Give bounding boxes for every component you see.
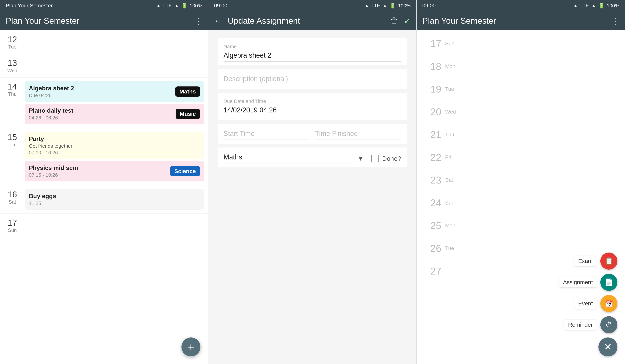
subject-done-row: Maths ▼ Done?: [218, 148, 407, 167]
cal-num-27: 27: [422, 265, 441, 277]
cal-day-18: 18 Mon: [417, 55, 625, 78]
event-physics-badge: Science: [170, 166, 200, 176]
screen2-header: ← Update Assignment 🗑 ✓: [208, 11, 416, 30]
screen1-status-bar: Plan Your Semester ▲ LTE ▲ 🔋 100%: [0, 0, 208, 11]
event-party-info: Party Get friends together 07:00 - 10:26: [29, 135, 200, 156]
screen3-lte-label: LTE: [580, 3, 589, 9]
cal-day-22: 22 Fri: [417, 146, 625, 169]
subject-dropdown[interactable]: Maths ▼: [223, 153, 364, 163]
signal-icon: ▲: [174, 3, 179, 9]
fab-reminder-button[interactable]: ⏱: [600, 316, 617, 333]
event-party[interactable]: Party Get friends together 07:00 - 10:26: [25, 132, 204, 159]
fab-assignment-button[interactable]: 📄: [600, 274, 617, 291]
fab-close-button[interactable]: ✕: [598, 337, 617, 356]
done-section: Done?: [372, 153, 401, 162]
screen1-panel: Plan Your Semester ▲ LTE ▲ 🔋 100% Plan Y…: [0, 0, 208, 364]
cal-num-19: 19: [422, 83, 441, 95]
fab-event-button[interactable]: 📅: [600, 295, 617, 312]
fab-plus-icon: +: [188, 340, 194, 354]
screen2-signal-icon: ▲: [382, 3, 387, 9]
event-party-desc: Get friends together: [29, 143, 200, 149]
day-12: 12 Tue: [0, 30, 208, 54]
screen2-status-icons: ▲ LTE ▲ 🔋 100%: [364, 3, 411, 9]
fab-exam-item[interactable]: Exam 📋: [574, 252, 617, 270]
screen2-battery-pct: 100%: [398, 3, 411, 9]
cal-num-23: 23: [422, 174, 441, 186]
cal-num-21: 21: [422, 129, 441, 140]
fab-assignment-item[interactable]: Assignment 📄: [559, 274, 617, 291]
screen3-more-icon[interactable]: ⋮: [611, 16, 619, 26]
due-label: Due Date and Time: [223, 98, 401, 104]
cal-name-26: Tue: [445, 245, 454, 251]
screen1-title: Plan Your Semester: [6, 16, 79, 26]
day-14: 14 Thu Algebra sheet 2 Due 04:26 Maths P…: [0, 78, 208, 128]
event-physics[interactable]: Physics mid sem 07:15 - 10:26 Science: [25, 161, 204, 182]
fab-event-item[interactable]: Event 📅: [574, 295, 617, 312]
screen1-app-header: Plan Your Semester ⋮: [0, 11, 208, 30]
end-time-input[interactable]: Time Finished: [315, 130, 401, 140]
day-name-17: Sun: [8, 227, 17, 233]
screen1-fab[interactable]: +: [182, 337, 200, 356]
day-label-16: 16 Sat: [0, 187, 25, 212]
cal-name-21: Thu: [445, 132, 454, 138]
day-events-16: Buy eggs 11:25: [25, 187, 208, 212]
event-eggs[interactable]: Buy eggs 11:25: [25, 189, 204, 210]
cal-name-24: Sun: [445, 200, 455, 206]
screen2-status-time: 09:00: [214, 3, 227, 9]
day-name-16: Sat: [8, 199, 16, 205]
done-label: Done?: [382, 155, 401, 162]
delete-button[interactable]: 🗑: [390, 16, 398, 25]
close-icon: ✕: [604, 341, 612, 352]
screen2-wifi-icon: ▲: [364, 3, 369, 9]
name-field: Name Algebra sheet 2: [218, 38, 407, 65]
back-button[interactable]: ←: [214, 16, 222, 25]
fab-reminder-item[interactable]: Reminder ⏱: [564, 316, 617, 333]
fab-exam-label: Exam: [574, 256, 596, 266]
description-input[interactable]: Description (optional): [223, 75, 401, 85]
name-input[interactable]: Algebra sheet 2: [223, 51, 401, 61]
screen1-status-icons: ▲ LTE ▲ 🔋 100%: [156, 3, 202, 9]
name-label: Name: [223, 44, 401, 50]
fab-exam-button[interactable]: 📋: [600, 252, 617, 270]
due-input[interactable]: 14/02/2019 04:26: [223, 106, 401, 116]
dropdown-arrow-icon: ▼: [357, 154, 364, 162]
fab-close-item[interactable]: ✕: [598, 337, 617, 356]
cal-num-18: 18: [422, 61, 441, 72]
confirm-button[interactable]: ✓: [404, 16, 410, 26]
done-checkbox[interactable]: [372, 155, 379, 162]
cal-num-22: 22: [422, 152, 441, 163]
event-party-title: Party: [29, 135, 200, 142]
event-piano-info: Piano daily test 04:26 - 06:26: [29, 107, 176, 121]
screen3-battery-pct: 100%: [607, 3, 620, 9]
screen2-lte-label: LTE: [372, 3, 380, 9]
day-number-14: 14: [8, 82, 17, 91]
event-piano-title: Piano daily test: [29, 107, 176, 114]
screen3-status-icons: ▲ LTE ▲ 🔋 100%: [573, 3, 619, 9]
screen2-battery-icon: 🔋: [390, 3, 396, 9]
wifi-icon: ▲: [156, 3, 161, 9]
start-time-input[interactable]: Start Time: [223, 130, 310, 140]
cal-name-25: Mon: [445, 223, 455, 229]
screen2-header-icons: 🗑 ✓: [390, 16, 410, 26]
event-algebra[interactable]: Algebra sheet 2 Due 04:26 Maths: [25, 81, 204, 102]
assignment-icon: 📄: [605, 278, 613, 286]
cal-name-18: Mon: [445, 63, 455, 69]
day-16: 16 Sat Buy eggs 11:25: [0, 185, 208, 214]
event-algebra-info: Algebra sheet 2 Due 04:26: [29, 85, 175, 98]
event-icon: 📅: [605, 300, 613, 307]
event-piano[interactable]: Piano daily test 04:26 - 06:26 Music: [25, 104, 204, 124]
screen1-more-icon[interactable]: ⋮: [194, 16, 202, 26]
screen3-title: Plan Your Semester: [422, 16, 496, 26]
cal-num-26: 26: [422, 243, 441, 254]
fab-assignment-label: Assignment: [559, 277, 596, 287]
screen2-form: Name Algebra sheet 2 Description (option…: [208, 30, 416, 364]
screen3-panel: 09:00 ▲ LTE ▲ 🔋 100% Plan Your Semester …: [417, 0, 625, 364]
battery-pct: 100%: [190, 3, 202, 9]
day-events-17: [25, 215, 208, 235]
event-physics-title: Physics mid sem: [29, 164, 170, 171]
day-label-14: 14 Thu: [0, 79, 25, 126]
screen3-status-bar: 09:00 ▲ LTE ▲ 🔋 100%: [417, 0, 625, 11]
event-physics-time: 07:15 - 10:26: [29, 172, 170, 178]
event-piano-time: 04:26 - 06:26: [29, 115, 176, 121]
exam-icon: 📋: [605, 257, 613, 265]
